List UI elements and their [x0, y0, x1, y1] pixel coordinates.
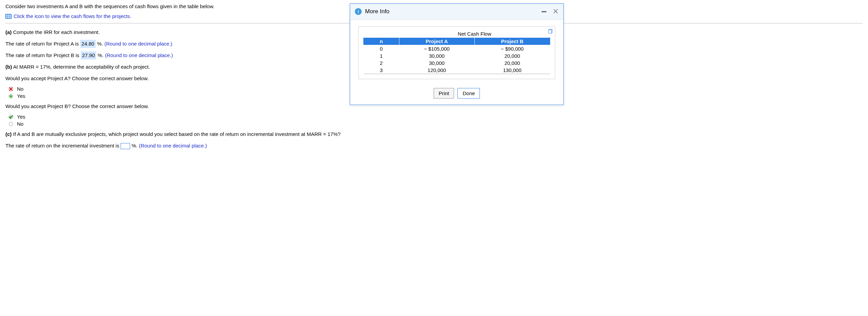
svg-rect-4 — [6, 16, 7, 17]
accept-b-options: Yes No — [5, 114, 863, 127]
correct-indicator-icon — [8, 93, 14, 99]
table-row: 0− $105,000− $90,000 — [364, 45, 550, 53]
done-button[interactable]: Done — [457, 88, 480, 99]
more-info-modal: i More Info ✕ Net Cash Flow n Project A … — [350, 3, 564, 105]
modal-header: i More Info ✕ — [350, 4, 563, 20]
wrong-selected-icon — [8, 86, 14, 92]
close-icon[interactable]: ✕ — [553, 8, 559, 15]
table-title: Net Cash Flow — [399, 30, 550, 38]
cashflow-card: Net Cash Flow n Project A Project B 0− $… — [358, 27, 555, 79]
col-header-b: Project B — [474, 38, 550, 45]
accept-b-no[interactable]: No — [5, 121, 863, 127]
table-row: 3120,000130,000 — [364, 67, 550, 74]
modal-title: More Info — [365, 8, 542, 15]
col-header-n: n — [364, 38, 399, 45]
svg-rect-5 — [8, 16, 9, 17]
svg-rect-2 — [8, 15, 9, 16]
svg-rect-6 — [10, 16, 11, 17]
correct-selected-icon — [8, 114, 14, 120]
part-c-prompt: (c) If A and B are mutually exclusive pr… — [5, 130, 863, 138]
proj-a-answer[interactable]: 24.80 — [80, 40, 96, 48]
col-header-a: Project A — [399, 38, 474, 45]
modal-footer: Print Done — [350, 83, 563, 105]
radio-empty-icon — [8, 121, 14, 127]
svg-rect-9 — [10, 17, 11, 18]
proj-b-answer[interactable]: 27.90 — [81, 51, 96, 59]
copy-icon[interactable] — [548, 29, 553, 34]
incremental-answer-line: The rate of return on the incremental in… — [5, 142, 863, 150]
print-button[interactable]: Print — [434, 88, 454, 99]
cashflow-table: Net Cash Flow n Project A Project B 0− $… — [363, 30, 550, 74]
link-text: Click the icon to view the cash flows fo… — [14, 13, 131, 19]
svg-rect-3 — [10, 15, 11, 16]
info-icon: i — [355, 8, 362, 15]
svg-rect-8 — [8, 17, 9, 18]
accept-b-yes[interactable]: Yes — [5, 114, 863, 120]
minimize-icon[interactable] — [542, 11, 546, 12]
table-icon — [5, 14, 12, 19]
table-row: 230,00020,000 — [364, 59, 550, 67]
table-row: 130,00020,000 — [364, 52, 550, 59]
svg-rect-7 — [6, 17, 7, 18]
incremental-input[interactable] — [121, 143, 130, 149]
svg-rect-1 — [6, 15, 7, 16]
modal-body: Net Cash Flow n Project A Project B 0− $… — [350, 20, 563, 83]
svg-rect-16 — [548, 30, 551, 33]
